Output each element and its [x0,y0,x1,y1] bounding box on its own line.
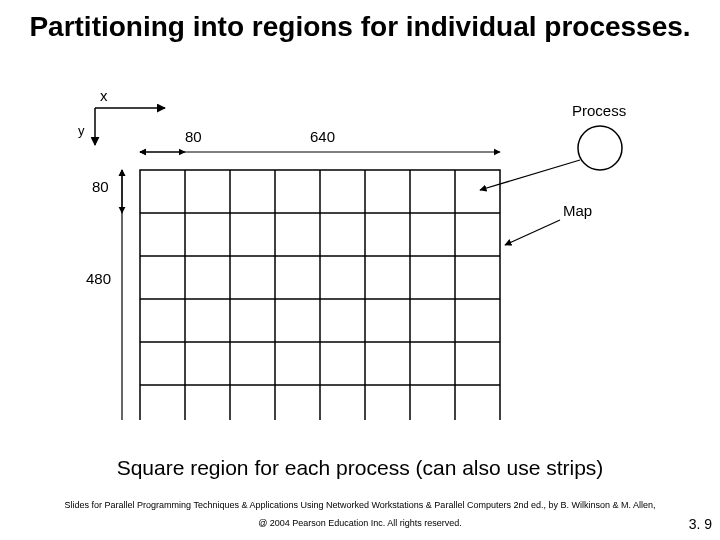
row-height-label: 80 [92,178,109,195]
page-title: Partitioning into regions for individual… [0,0,720,44]
total-width-label: 640 [310,128,335,145]
map-pointer [505,220,560,245]
partition-diagram: x y 80 640 80 480 Process Map [0,90,720,420]
process-pointer [480,160,580,190]
map-label: Map [563,202,592,219]
page-number: 3. 9 [689,516,712,532]
x-axis-label: x [100,87,108,104]
diagram-svg [0,90,720,420]
grid [140,170,500,420]
process-circle [578,126,622,170]
process-label: Process [572,102,626,119]
footer-line-2: @ 2004 Pearson Education Inc. All rights… [0,518,720,528]
col-width-label: 80 [185,128,202,145]
total-height-label: 480 [86,270,111,287]
y-axis-label: y [78,123,85,138]
caption-text: Square region for each process (can also… [0,456,720,480]
footer-line-1: Slides for Parallel Programming Techniqu… [0,500,720,510]
